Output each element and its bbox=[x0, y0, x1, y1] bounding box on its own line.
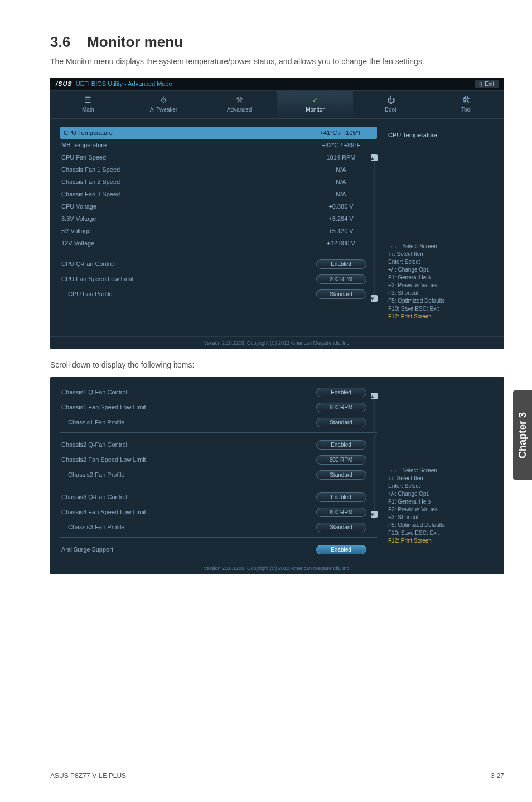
row-chassis3-fan-speed-low-limit[interactable]: Chassis3 Fan Speed Low Limit 600 RPM bbox=[60, 505, 377, 520]
scroll-up-icon[interactable]: ▴ bbox=[371, 393, 378, 399]
help-enter: Enter: Select bbox=[388, 258, 497, 266]
chassis2-fan-profile-label: Chassis2 Fan Profile bbox=[68, 471, 306, 478]
tools-icon: ⚒ bbox=[236, 95, 243, 104]
cpu-fan-speed-low-limit-value[interactable]: 200 RPM bbox=[316, 274, 366, 284]
cpu-voltage-label: CPU Voltage bbox=[61, 203, 306, 210]
chassis1-fan-profile-value[interactable]: Standard bbox=[316, 418, 366, 427]
help-select-screen: →←: Select Screen bbox=[388, 243, 497, 250]
row-chassis2-fan-speed-low-limit[interactable]: Chassis2 Fan Speed Low Limit 600 RPM bbox=[60, 452, 377, 467]
scroll-down-icon[interactable]: ▾ bbox=[371, 295, 378, 302]
chassis1-q-fan-control-value[interactable]: Enabled bbox=[316, 388, 366, 397]
cpu-fan-speed-label: CPU Fan Speed bbox=[61, 154, 306, 161]
chassis1-fan-speed-low-limit-value[interactable]: 600 RPM bbox=[316, 403, 366, 412]
row-cpu-q-fan-control[interactable]: CPU Q-Fan Control Enabled bbox=[60, 257, 377, 272]
row-mb-temperature[interactable]: MB Temperature +32°C / +89°F bbox=[60, 139, 377, 151]
bios-body-2: Chassis1 Q-Fan Control Enabled Chassis1 … bbox=[50, 377, 504, 562]
scroll-down-icon[interactable]: ▾ bbox=[371, 511, 378, 518]
cpu-q-fan-control-value[interactable]: Enabled bbox=[316, 259, 366, 269]
bios-left-panel: CPU Temperature +41°C / +105°F MB Temper… bbox=[50, 119, 381, 336]
row-anti-surge-support[interactable]: Anti Surge Support Enabled bbox=[60, 542, 377, 557]
scrollbar[interactable]: ▴ ▾ bbox=[374, 394, 375, 516]
row-chassis-fan-1-speed[interactable]: Chassis Fan 1 Speed N/A bbox=[60, 163, 377, 176]
anti-surge-support-label: Anti Surge Support bbox=[61, 546, 306, 553]
chassis3-fan-profile-value[interactable]: Standard bbox=[316, 523, 366, 532]
scroll-description: Scroll down to display the following ite… bbox=[50, 360, 504, 369]
divider bbox=[60, 537, 377, 538]
exit-icon: ▯ bbox=[479, 81, 482, 87]
bios-panel-secondary: Chassis1 Q-Fan Control Enabled Chassis1 … bbox=[50, 377, 504, 574]
chassis2-fan-speed-low-limit-value[interactable]: 600 RPM bbox=[316, 455, 366, 465]
chassis-fan-3-speed-value: N/A bbox=[306, 191, 376, 197]
chassis1-fan-speed-low-limit-label: Chassis1 Fan Speed Low Limit bbox=[61, 404, 306, 410]
cpu-temperature-value: +41°C / +105°F bbox=[306, 129, 376, 136]
chapter-tab: Chapter 3 bbox=[513, 390, 532, 480]
anti-surge-support-value[interactable]: Enabled bbox=[316, 545, 366, 554]
row-cpu-fan-speed-low-limit[interactable]: CPU Fan Speed Low Limit 200 RPM bbox=[60, 272, 377, 287]
chassis1-fan-profile-label: Chassis1 Fan Profile bbox=[68, 419, 306, 426]
chassis3-q-fan-control-value[interactable]: Enabled bbox=[316, 492, 366, 502]
tab-ai-tweaker[interactable]: ⚙ Ai Tweaker bbox=[126, 91, 202, 118]
chassis2-q-fan-control-value[interactable]: Enabled bbox=[316, 440, 366, 450]
5v-voltage-value: +5.120 V bbox=[306, 228, 376, 234]
row-cpu-fan-speed[interactable]: CPU Fan Speed 1814 RPM bbox=[60, 151, 377, 163]
row-chassis1-fan-profile[interactable]: Chassis1 Fan Profile Standard bbox=[60, 415, 377, 430]
row-chassis-fan-2-speed[interactable]: Chassis Fan 2 Speed N/A bbox=[60, 176, 377, 188]
tab-advanced-label: Advanced bbox=[227, 107, 252, 113]
row-chassis3-fan-profile[interactable]: Chassis3 Fan Profile Standard bbox=[60, 520, 377, 535]
divider bbox=[60, 485, 377, 485]
row-5v-voltage[interactable]: 5V Voltage +5.120 V bbox=[60, 225, 377, 237]
page-footer: ASUS P8Z77-V LE PLUS 3-27 bbox=[50, 767, 504, 780]
row-3v-voltage[interactable]: 3.3V Voltage +3.264 V bbox=[60, 212, 377, 225]
asus-logo: /SUS bbox=[56, 80, 72, 87]
bios-header-title: /SUS UEFI BIOS Utility - Advanced Mode bbox=[56, 80, 172, 87]
bios-body: CPU Temperature +41°C / +105°F MB Temper… bbox=[50, 119, 504, 336]
row-chassis1-fan-speed-low-limit[interactable]: Chassis1 Fan Speed Low Limit 600 RPM bbox=[60, 400, 377, 415]
tab-main[interactable]: ☰ Main bbox=[50, 91, 126, 118]
section-title: 3.6Monitor menu bbox=[50, 33, 504, 51]
scroll-up-icon[interactable]: ▴ bbox=[371, 154, 378, 161]
row-chassis1-q-fan-control[interactable]: Chassis1 Q-Fan Control Enabled bbox=[60, 385, 377, 400]
help-f2: F2: Previous Values bbox=[388, 282, 497, 289]
help-f1: F1: General Help bbox=[388, 498, 497, 506]
row-cpu-fan-profile[interactable]: CPU Fan Profile Standard bbox=[60, 287, 377, 302]
help-f3: F3: Shortcut bbox=[388, 289, 497, 297]
section-name: Monitor menu bbox=[87, 33, 183, 50]
help-select-screen: →←: Select Screen bbox=[388, 467, 497, 475]
tab-monitor-label: Monitor bbox=[306, 107, 324, 113]
help-select-item: ↑↓: Select Item bbox=[388, 475, 497, 482]
help-f12: F12: Print Screen bbox=[388, 537, 497, 545]
exit-button[interactable]: ▯ Exit bbox=[475, 80, 499, 88]
tab-main-label: Main bbox=[82, 107, 94, 113]
tab-boot[interactable]: ⏻ Boot bbox=[353, 91, 429, 118]
tab-tool[interactable]: 🛠 Tool bbox=[428, 91, 504, 118]
chassis3-fan-speed-low-limit-value[interactable]: 600 RPM bbox=[316, 508, 366, 517]
cpu-fan-profile-value[interactable]: Standard bbox=[316, 289, 366, 299]
cpu-q-fan-control-label: CPU Q-Fan Control bbox=[61, 260, 306, 267]
row-cpu-temperature[interactable]: CPU Temperature +41°C / +105°F bbox=[60, 127, 377, 139]
tabs-row: ☰ Main ⚙ Ai Tweaker ⚒ Advanced ✓ Monitor… bbox=[50, 91, 504, 119]
mb-temperature-value: +32°C / +89°F bbox=[306, 142, 376, 148]
row-chassis-fan-3-speed[interactable]: Chassis Fan 3 Speed N/A bbox=[60, 188, 377, 200]
row-cpu-voltage[interactable]: CPU Voltage +0.880 V bbox=[60, 200, 377, 212]
chassis2-fan-speed-low-limit-label: Chassis2 Fan Speed Low Limit bbox=[61, 456, 306, 463]
row-chassis2-q-fan-control[interactable]: Chassis2 Q-Fan Control Enabled bbox=[60, 437, 377, 452]
tab-monitor[interactable]: ✓ Monitor bbox=[277, 91, 353, 118]
row-chassis3-q-fan-control[interactable]: Chassis3 Q-Fan Control Enabled bbox=[60, 490, 377, 505]
help-f5: F5: Optimized Defaults bbox=[388, 521, 497, 529]
section-number: 3.6 bbox=[50, 33, 70, 50]
monitor-icon: ✓ bbox=[312, 95, 318, 104]
row-12v-voltage[interactable]: 12V Voltage +12.000 V bbox=[60, 237, 377, 249]
help-f10: F10: Save ESC: Exit bbox=[388, 529, 497, 537]
help-select-item: ↑↓: Select Item bbox=[388, 250, 497, 258]
3v-voltage-label: 3.3V Voltage bbox=[61, 215, 306, 222]
chassis-fan-1-speed-value: N/A bbox=[306, 166, 376, 173]
chassis1-q-fan-control-label: Chassis1 Q-Fan Control bbox=[61, 389, 306, 395]
row-chassis2-fan-profile[interactable]: Chassis2 Fan Profile Standard bbox=[60, 467, 377, 482]
chassis-fan-2-speed-label: Chassis Fan 2 Speed bbox=[61, 178, 306, 185]
chassis2-fan-profile-value[interactable]: Standard bbox=[316, 470, 366, 480]
tab-advanced[interactable]: ⚒ Advanced bbox=[201, 91, 277, 118]
cpu-fan-profile-label: CPU Fan Profile bbox=[68, 291, 306, 297]
gear-icon: ⚙ bbox=[160, 95, 167, 104]
help-f5: F5: Optimized Defaults bbox=[388, 297, 497, 305]
scrollbar[interactable]: ▴ ▾ bbox=[374, 156, 375, 301]
